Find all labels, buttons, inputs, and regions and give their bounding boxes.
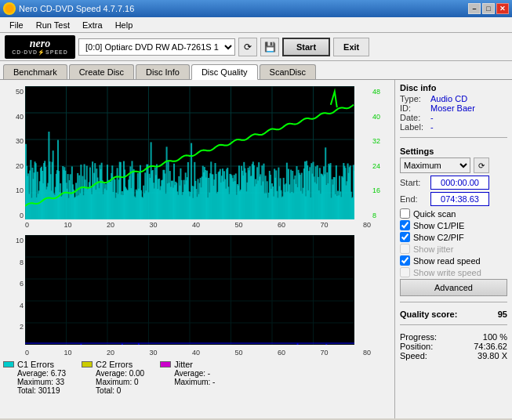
start-input[interactable] (430, 176, 489, 190)
show-c2pif-row: Show C2/PIF (400, 232, 507, 242)
date-label: Date: (400, 113, 427, 122)
drive-selector[interactable]: [0:0] Optiarc DVD RW AD-7261S 1.03 (78, 38, 235, 56)
settings-section: Settings Maximum ⟳ Start: End: Quick sca… (400, 147, 507, 296)
start-row: Start: (400, 176, 507, 190)
tabs: Benchmark Create Disc Disc Info Disc Qua… (0, 61, 512, 80)
title-bar: Nero CD-DVD Speed 4.7.7.16 – □ ✕ (0, 0, 512, 17)
jitter-color-box (160, 361, 171, 368)
show-c2pif-checkbox[interactable] (400, 232, 410, 242)
end-label: End: (400, 194, 427, 204)
show-jitter-label: Show jitter (413, 244, 453, 254)
refresh-button[interactable]: ⟳ (238, 38, 257, 56)
menu-run-test[interactable]: Run Test (30, 19, 76, 31)
nero-logo: nero CD·DVD⚡SPEED (5, 35, 75, 59)
tab-create-disc[interactable]: Create Disc (69, 64, 134, 79)
chart-top-y-right: 48 40 32 24 16 8 (371, 86, 391, 219)
jitter-label: Jitter (174, 360, 193, 369)
divider-1 (400, 137, 507, 138)
date-value: - (430, 113, 434, 122)
show-write-speed-checkbox[interactable] (400, 267, 410, 277)
show-read-speed-row: Show read speed (400, 255, 507, 266)
show-c1pie-label: Show C1/PIE (413, 221, 464, 230)
type-value: Audio CD (430, 94, 467, 103)
menu-file[interactable]: File (3, 19, 30, 31)
legend-c2: C2 Errors Average: 0.00 Maximum: 0 Total… (82, 360, 144, 395)
show-jitter-row: Show jitter (400, 244, 507, 254)
progress-label: Progress: (400, 332, 437, 342)
quality-score-row: Quality score: 95 (400, 310, 507, 319)
id-label: ID: (400, 103, 427, 113)
minimize-button[interactable]: – (468, 3, 481, 14)
title-bar-buttons: – □ ✕ (468, 3, 509, 14)
show-jitter-checkbox[interactable] (400, 244, 410, 254)
type-label: Type: (400, 94, 427, 103)
c2-color-box (82, 361, 93, 368)
progress-section: Progress: 100 % Position: 74:36.62 Speed… (400, 332, 507, 360)
legend: C1 Errors Average: 6.73 Maximum: 33 Tota… (3, 357, 391, 396)
chart-top-x-axis: 01020304050607080 (25, 221, 371, 229)
toolbar: nero CD·DVD⚡SPEED [0:0] Optiarc DVD RW A… (0, 33, 512, 61)
speed-select[interactable]: Maximum (400, 158, 470, 173)
chart-top-y-left: 50 40 30 20 10 0 (3, 86, 25, 219)
divider-3 (400, 324, 507, 325)
window-title: Nero CD-DVD Speed 4.7.7.16 (19, 4, 134, 13)
right-panel: Disc info Type: Audio CD ID: Moser Baer … (394, 80, 512, 418)
top-chart-canvas (25, 86, 354, 219)
bottom-chart-canvas (25, 235, 354, 345)
disc-info-section: Disc info Type: Audio CD ID: Moser Baer … (400, 83, 507, 132)
tab-scan-disc[interactable]: ScanDisc (260, 64, 316, 79)
speed-row: Maximum ⟳ (400, 158, 507, 173)
advanced-button[interactable]: Advanced (400, 279, 507, 296)
disc-label-label: Label: (400, 122, 427, 132)
legend-c1: C1 Errors Average: 6.73 Maximum: 33 Tota… (3, 360, 66, 395)
quick-scan-row: Quick scan (400, 208, 507, 219)
show-c1pie-checkbox[interactable] (400, 220, 410, 230)
c1-label: C1 Errors (17, 360, 54, 369)
chart-bottom-y: 10 8 6 4 2 (3, 235, 25, 345)
divider-2 (400, 302, 507, 302)
show-write-speed-label: Show write speed (413, 268, 481, 277)
id-value: Moser Baer (430, 103, 475, 113)
chart-area: 50 40 30 20 10 0 48 40 32 24 16 8 010203 (0, 80, 394, 418)
close-button[interactable]: ✕ (496, 3, 509, 14)
chart-bottom-x-axis: 01020304050607080 (25, 349, 371, 357)
show-read-speed-label: Show read speed (413, 256, 481, 266)
maximize-button[interactable]: □ (482, 3, 495, 14)
show-read-speed-checkbox[interactable] (400, 255, 410, 266)
menu-help[interactable]: Help (109, 19, 140, 31)
tab-disc-info[interactable]: Disc Info (136, 64, 190, 79)
start-button[interactable]: Start (282, 38, 330, 56)
end-row: End: (400, 192, 507, 206)
save-button[interactable]: 💾 (260, 38, 279, 56)
progress-value: 100 % (483, 332, 507, 342)
legend-jitter: Jitter Average: - Maximum: - (160, 360, 215, 395)
show-c1pie-row: Show C1/PIE (400, 220, 507, 230)
menu-extra[interactable]: Extra (76, 19, 109, 31)
show-write-speed-row: Show write speed (400, 267, 507, 277)
tab-disc-quality[interactable]: Disc Quality (191, 64, 258, 80)
c2-label: C2 Errors (96, 360, 133, 369)
position-value: 74:36.62 (474, 342, 507, 351)
disc-info-title: Disc info (400, 83, 507, 92)
menu-bar: File Run Test Extra Help (0, 17, 512, 33)
disc-label-value: - (430, 122, 434, 132)
position-label: Position: (400, 342, 433, 351)
app-icon (3, 2, 16, 15)
c1-color-box (3, 361, 14, 368)
start-label: Start: (400, 178, 427, 187)
settings-title: Settings (400, 147, 507, 156)
refresh-icon[interactable]: ⟳ (474, 158, 489, 173)
quick-scan-label: Quick scan (413, 209, 456, 219)
show-c2pif-label: Show C2/PIF (413, 233, 464, 242)
tab-benchmark[interactable]: Benchmark (3, 64, 67, 79)
speed-value: 39.80 X (478, 351, 507, 360)
quick-scan-checkbox[interactable] (400, 208, 410, 219)
quality-section: Quality score: 95 (400, 308, 507, 319)
quality-score-label: Quality score: (400, 310, 457, 319)
quality-score-value: 95 (498, 310, 507, 319)
speed-label: Speed: (400, 351, 427, 360)
main-content: 50 40 30 20 10 0 48 40 32 24 16 8 010203 (0, 80, 512, 418)
end-input[interactable] (430, 192, 489, 206)
exit-button[interactable]: Exit (333, 38, 369, 56)
